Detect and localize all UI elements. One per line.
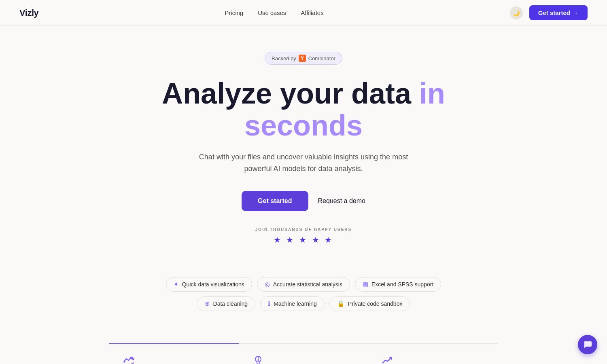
hero-section: Backed by Y Combinator Analyze your data… [0, 26, 607, 277]
badge-combinator: Combinator [308, 55, 335, 61]
nav-use-cases[interactable]: Use cases [258, 9, 286, 16]
svg-point-0 [124, 361, 125, 363]
nav-right: 🌙 Get started → [510, 5, 588, 20]
pills-row-2: ⊕ Data cleaning ℹ Machine learning 🔒 Pri… [197, 296, 410, 311]
pill-label-quick-viz: Quick data visualizations [182, 281, 244, 288]
pill-machine-learning: ℹ Machine learning [260, 296, 325, 311]
pill-data-cleaning: ⊕ Data cleaning [197, 296, 256, 311]
navbar: Vizly Pricing Use cases Affiliates 🌙 Get… [0, 0, 607, 26]
pill-label-sandbox: Private code sandbox [348, 301, 403, 307]
pill-quick-visualizations: ✦ Quick data visualizations [166, 277, 252, 292]
pills-row-1: ✦ Quick data visualizations ◎ Accurate s… [166, 277, 441, 292]
pill-statistical-analysis: ◎ Accurate statistical analysis [257, 277, 350, 292]
hero-title: Analyze your data in seconds [138, 78, 469, 142]
nav-affiliates[interactable]: Affiliates [301, 9, 323, 16]
pill-excel-spss: ▦ Excel and SPSS support [355, 277, 441, 292]
yc-badge: Backed by Y Combinator [265, 52, 342, 65]
pill-label-excel: Excel and SPSS support [371, 281, 433, 288]
nav-links: Pricing Use cases Affiliates [225, 9, 323, 16]
viz-icon [122, 354, 226, 364]
grid-icon: ▦ [363, 281, 368, 288]
yc-logo: Y [299, 55, 306, 62]
hero-get-started-button[interactable]: Get started [242, 191, 308, 211]
analysis-icon [381, 354, 485, 364]
features-section: Visualizations Automatically create inte… [61, 343, 546, 364]
feature-card-visualizations: Visualizations Automatically create inte… [109, 343, 239, 364]
logo: Vizly [19, 8, 38, 18]
svg-point-4 [258, 360, 259, 361]
hero-request-demo-button[interactable]: Request a demo [318, 197, 365, 205]
star-rating: ★ ★ ★ ★ ★ [274, 235, 333, 245]
hero-subtitle: Chat with your files and uncover valuabl… [186, 151, 421, 175]
pill-label-stats: Accurate statistical analysis [273, 281, 342, 288]
pill-code-sandbox: 🔒 Private code sandbox [329, 296, 410, 311]
badge-backed-by: Backed by [272, 55, 296, 61]
lock-icon: 🔒 [337, 300, 345, 307]
feature-card-analysis: Analysis Perform complex analysis and ge… [368, 343, 498, 364]
feature-pills: ✦ Quick data visualizations ◎ Accurate s… [0, 277, 607, 311]
hero-cta-group: Get started Request a demo [242, 191, 365, 211]
nav-pricing[interactable]: Pricing [225, 9, 243, 16]
search-icon: ⊕ [205, 300, 210, 307]
info-icon: ℹ [268, 300, 270, 307]
pill-label-ml: Machine learning [274, 301, 317, 307]
insights-icon [252, 354, 355, 364]
theme-toggle-button[interactable]: 🌙 [510, 6, 523, 19]
chat-button[interactable] [578, 335, 597, 354]
circle-icon: ◎ [265, 281, 270, 288]
pill-label-cleaning: Data cleaning [213, 301, 248, 307]
sparkle-icon: ✦ [174, 281, 179, 288]
hero-title-part1: Analyze your data [162, 77, 419, 110]
feature-card-insights: Insights Chat with your data and uncover… [239, 343, 368, 364]
social-proof-text: JOIN THOUSANDS OF HAPPY USERS [255, 227, 352, 232]
nav-get-started-button[interactable]: Get started → [529, 5, 588, 20]
social-proof: JOIN THOUSANDS OF HAPPY USERS ★ ★ ★ ★ ★ [255, 227, 352, 245]
arrow-icon: → [573, 9, 579, 16]
